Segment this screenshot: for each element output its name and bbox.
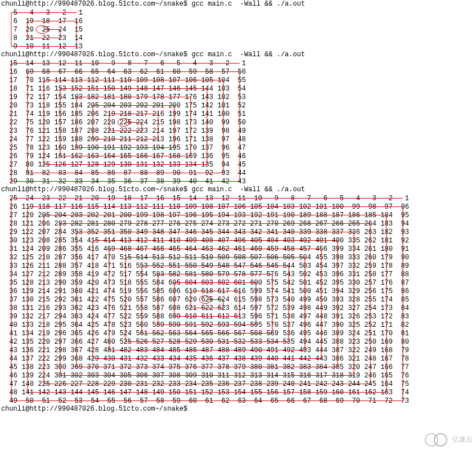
cell: 176 [181,93,197,101]
cell: 138 [197,135,213,143]
cell: 437 [213,354,230,363]
cell: 13 [197,194,213,202]
cell: 123 [17,236,34,245]
table-row: 4814114214314414514614714814915015115215… [1,388,409,397]
cell: 148 [132,388,148,397]
cell: 455 [311,253,327,262]
cell: 478 [99,321,115,329]
cell: 425 [83,321,99,329]
cell: 382 [279,363,295,371]
table-row: 2611911811711611511411311211111010910810… [1,202,409,211]
cell: 485 [164,346,181,354]
cell: 31 [34,177,50,186]
cell: 33 [1,262,17,270]
cell: 389 [327,329,344,338]
cell: 150 [99,84,115,93]
table-row: 821222314 [1,34,83,42]
cell: 202 [132,101,148,110]
table-row: 720252415 [1,25,83,34]
cell: 366 [66,338,83,346]
cell: 88 [393,270,409,278]
cell: 229 [99,380,115,388]
cell: 215 [148,118,164,127]
cell: 297 [50,338,66,346]
cell: 218 [115,110,132,118]
cell: 223 [132,127,148,135]
terminal-line: chunli@http://990487026.blog.51cto.com~/… [1,186,476,194]
cell: 186 [344,211,360,219]
cell: 552 [148,262,164,270]
cell: 43 [1,346,17,354]
cell: 105 [246,202,262,211]
cell: 200 [164,101,181,110]
cell: 142 [34,388,50,397]
cell: 7 [132,59,148,68]
table-row: 2275120157186207220225224215198173140995… [1,118,246,127]
cell: 409 [181,236,197,245]
cell: 216 [148,110,164,118]
cell: 116 [66,202,83,211]
cell: 468 [115,245,132,253]
cell: 270 [262,219,279,228]
cell: 393 [327,295,344,304]
cell: 23 [34,194,50,202]
cell: 573 [262,295,279,304]
cell: 15 [164,194,181,202]
cell: 388 [327,338,344,346]
cell: 51 [230,110,246,118]
cell: 418 [83,262,99,270]
cell: 162 [360,388,376,397]
cell: 123 [34,143,50,152]
cell: 274 [197,219,213,228]
cell: 240 [279,380,295,388]
cell: 75 [393,380,409,388]
cell: 18 [1,84,17,93]
cell: 13 [66,42,83,51]
table-row: 54321 [1,8,83,17]
cell: 185 [66,110,83,118]
cell: 353 [66,228,83,236]
cell: 68 [311,397,327,405]
cell: 189 [295,211,311,219]
cell: 560 [132,321,148,329]
cell: 67 [50,68,66,76]
cell: 326 [344,312,360,321]
cell: 561 [132,329,148,338]
cell: 26 [1,152,17,160]
cell: 8 [279,194,295,202]
table-row: 4513822330036937037137237337437537637737… [1,363,409,371]
cell: 10 [17,42,34,51]
cell: 74 [393,388,409,397]
cell: 540 [279,295,295,304]
cell: 536 [279,329,295,338]
table-row: 2578123160189190191192193194195170137964… [1,143,246,152]
cell: 192 [246,211,262,219]
cell: 21 [17,34,34,42]
cell: 301 [50,371,66,380]
cell: 338 [311,228,327,236]
cell: 205 [83,101,99,110]
cell: 243 [327,380,344,388]
table-row: 910111213 [1,42,83,51]
cell: 69 [327,397,344,405]
cell: 521 [115,304,132,312]
cell: 532 [230,338,246,346]
cell: 210 [34,253,50,262]
cell: 3 [34,8,50,17]
cell: 324 [344,329,360,338]
cell: 3 [360,194,376,202]
spiral-grid-15: 1514131211109876543211669686766656463626… [1,59,476,186]
cell: 61 [197,397,213,405]
cell: 334 [344,245,360,253]
cell: 80 [393,338,409,346]
cell: 129 [17,287,34,295]
cell: 577 [246,270,262,278]
cell: 399 [327,245,344,253]
cell: 127 [66,160,83,169]
spiral-grid-5: 5432161918171672025241582122231491011121… [1,8,476,51]
cell: 53 [230,93,246,101]
cell: 32 [1,253,17,262]
cell: 178 [148,93,164,101]
cell: 90 [164,169,181,177]
cell: 174 [376,295,393,304]
